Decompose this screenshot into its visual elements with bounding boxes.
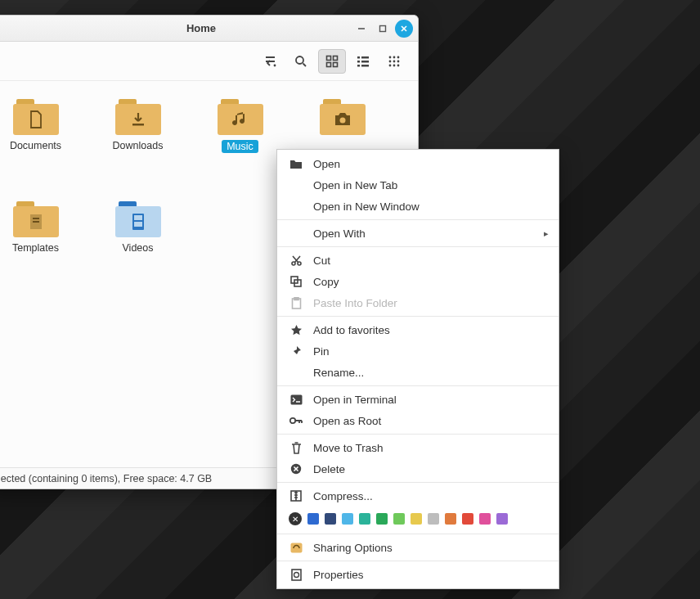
svg-point-20 bbox=[389, 60, 392, 62]
ctx-rename[interactable]: Rename... bbox=[277, 362, 559, 383]
ctx-sharing[interactable]: Sharing Options bbox=[277, 537, 559, 558]
ctx-delete[interactable]: Delete bbox=[277, 458, 559, 480]
ctx-trash[interactable]: Move to Trash bbox=[277, 437, 559, 458]
color-swatch[interactable] bbox=[307, 513, 319, 525]
ctx-open[interactable]: Open bbox=[277, 153, 559, 174]
color-swatch[interactable] bbox=[359, 513, 370, 525]
ctx-open-root[interactable]: Open as Root bbox=[277, 410, 559, 431]
scissors-icon bbox=[289, 254, 303, 267]
svg-point-22 bbox=[397, 60, 400, 62]
color-swatch[interactable] bbox=[496, 513, 508, 525]
folder-item[interactable]: Videos bbox=[87, 201, 189, 295]
ctx-properties[interactable]: Properties bbox=[277, 564, 559, 585]
ctx-pin-label: Pin bbox=[313, 345, 330, 358]
ctx-delete-label: Delete bbox=[313, 463, 345, 475]
svg-rect-26 bbox=[132, 124, 144, 126]
svg-rect-13 bbox=[357, 61, 360, 63]
ctx-properties-label: Properties bbox=[313, 569, 364, 581]
ctx-terminal-label: Open in Terminal bbox=[313, 394, 397, 406]
color-reset-button[interactable]: ✕ bbox=[289, 512, 302, 525]
ctx-open-window[interactable]: Open in New Window bbox=[277, 196, 559, 217]
ctx-trash-label: Move to Trash bbox=[313, 442, 384, 454]
color-swatch[interactable] bbox=[411, 513, 422, 525]
color-swatches-row: ✕ bbox=[277, 507, 559, 531]
ctx-copy[interactable]: Copy bbox=[277, 271, 559, 292]
ctx-cut-label: Cut bbox=[313, 254, 330, 267]
folder-label: Templates bbox=[12, 242, 59, 254]
color-swatch[interactable] bbox=[479, 513, 491, 525]
window-title: Home bbox=[0, 22, 418, 34]
folder-icon bbox=[218, 99, 263, 135]
svg-rect-39 bbox=[294, 297, 298, 300]
ctx-open-tab[interactable]: Open in New Tab bbox=[277, 174, 559, 196]
folder-label: Music bbox=[222, 140, 258, 153]
ctx-rename-label: Rename... bbox=[313, 367, 364, 379]
color-swatch[interactable] bbox=[376, 513, 388, 525]
ctx-root-label: Open as Root bbox=[313, 415, 381, 427]
ctx-cut[interactable]: Cut bbox=[277, 250, 559, 271]
folder-icon bbox=[320, 99, 366, 135]
status-text: elected (containing 0 items), Free space… bbox=[0, 473, 212, 484]
toolbar bbox=[0, 42, 418, 81]
folder-icon bbox=[13, 99, 59, 135]
svg-point-34 bbox=[292, 262, 295, 265]
compress-icon bbox=[289, 490, 303, 502]
svg-point-46 bbox=[294, 572, 298, 577]
folder-item[interactable]: Templates bbox=[0, 201, 87, 295]
folder-label: Downloads bbox=[113, 140, 164, 151]
svg-point-21 bbox=[393, 60, 396, 62]
color-swatch[interactable] bbox=[393, 513, 405, 525]
clipboard-icon bbox=[289, 297, 303, 309]
ctx-fav-label: Add to favorites bbox=[313, 324, 390, 336]
svg-rect-29 bbox=[33, 218, 39, 219]
svg-point-4 bbox=[274, 64, 276, 66]
svg-rect-8 bbox=[334, 56, 338, 60]
key-icon bbox=[289, 417, 303, 425]
ctx-open-terminal[interactable]: Open in Terminal bbox=[277, 389, 559, 410]
properties-icon bbox=[289, 569, 303, 581]
folder-icon bbox=[115, 99, 161, 135]
color-swatch[interactable] bbox=[325, 513, 336, 525]
svg-rect-12 bbox=[361, 56, 369, 59]
svg-rect-7 bbox=[327, 56, 331, 60]
titlebar[interactable]: Home bbox=[0, 16, 418, 42]
list-view-button[interactable] bbox=[349, 49, 377, 74]
svg-rect-9 bbox=[327, 62, 331, 66]
svg-rect-32 bbox=[134, 215, 142, 220]
ctx-compress-label: Compress... bbox=[313, 490, 373, 502]
folder-open-icon bbox=[289, 158, 303, 169]
ctx-compress[interactable]: Compress... bbox=[277, 485, 559, 507]
svg-point-23 bbox=[389, 64, 392, 66]
svg-rect-44 bbox=[290, 543, 302, 552]
svg-rect-14 bbox=[361, 61, 369, 63]
search-button[interactable] bbox=[287, 49, 315, 74]
ctx-sharing-label: Sharing Options bbox=[313, 542, 393, 554]
svg-point-5 bbox=[296, 56, 303, 64]
ctx-pin[interactable]: Pin bbox=[277, 340, 559, 362]
folder-label: Documents bbox=[10, 140, 61, 151]
icon-view-button[interactable] bbox=[318, 49, 346, 74]
svg-rect-16 bbox=[361, 65, 369, 67]
toggle-location-button[interactable] bbox=[256, 49, 284, 74]
svg-point-35 bbox=[298, 262, 301, 265]
svg-rect-11 bbox=[357, 56, 360, 59]
svg-point-27 bbox=[339, 118, 345, 124]
ctx-open-with-label: Open With bbox=[313, 227, 366, 240]
svg-point-17 bbox=[389, 56, 392, 58]
svg-rect-15 bbox=[357, 65, 360, 67]
compact-view-button[interactable] bbox=[380, 49, 408, 74]
folder-item[interactable]: Documents bbox=[0, 99, 87, 193]
copy-icon bbox=[289, 276, 303, 287]
color-swatch[interactable] bbox=[445, 513, 456, 525]
color-swatch[interactable] bbox=[462, 513, 473, 525]
ctx-open-with[interactable]: Open With bbox=[277, 223, 559, 244]
svg-point-25 bbox=[397, 64, 400, 66]
ctx-add-favorites[interactable]: Add to favorites bbox=[277, 319, 559, 340]
color-swatch[interactable] bbox=[428, 513, 439, 525]
ctx-copy-label: Copy bbox=[313, 276, 339, 288]
folder-icon bbox=[13, 201, 59, 237]
color-swatch[interactable] bbox=[342, 513, 353, 525]
svg-point-41 bbox=[290, 418, 295, 423]
folder-item[interactable]: Downloads bbox=[87, 99, 189, 193]
trash-icon bbox=[289, 442, 303, 454]
